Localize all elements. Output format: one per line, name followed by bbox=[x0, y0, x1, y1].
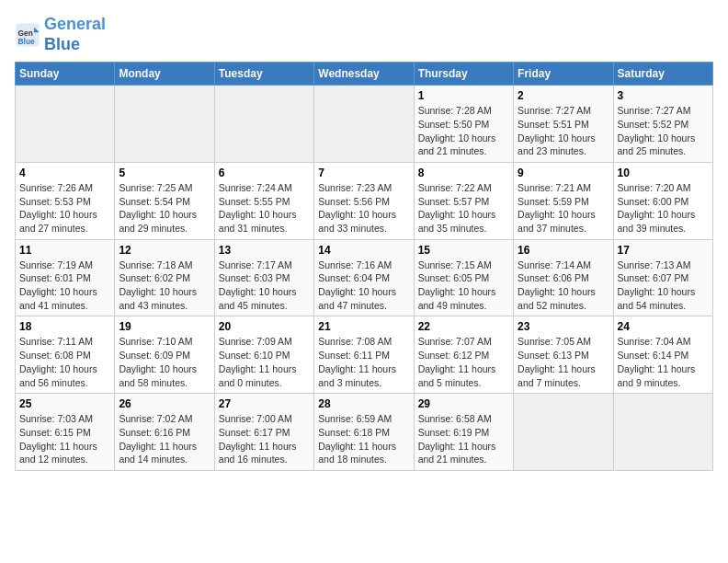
day-number: 12 bbox=[119, 244, 210, 257]
day-number: 17 bbox=[618, 244, 709, 257]
calendar-cell: 20Sunrise: 7:09 AMSunset: 6:10 PMDayligh… bbox=[214, 316, 313, 394]
day-number: 19 bbox=[119, 320, 210, 333]
calendar-cell: 6Sunrise: 7:24 AMSunset: 5:55 PMDaylight… bbox=[214, 162, 313, 239]
logo-text: GeneralBlue bbox=[44, 15, 106, 54]
day-number: 21 bbox=[318, 320, 409, 333]
calendar-cell: 12Sunrise: 7:18 AMSunset: 6:02 PMDayligh… bbox=[115, 239, 214, 316]
day-info: Sunrise: 7:20 AMSunset: 6:00 PMDaylight:… bbox=[618, 181, 709, 236]
day-number: 10 bbox=[618, 167, 709, 179]
calendar-cell: 27Sunrise: 7:00 AMSunset: 6:17 PMDayligh… bbox=[214, 394, 313, 471]
day-info: Sunrise: 7:17 AMSunset: 6:03 PMDaylight:… bbox=[219, 259, 310, 313]
calendar-cell: 16Sunrise: 7:14 AMSunset: 6:06 PMDayligh… bbox=[514, 239, 613, 316]
day-number: 27 bbox=[219, 397, 310, 410]
weekday-header: Friday bbox=[514, 63, 613, 86]
calendar-week-row: 11Sunrise: 7:19 AMSunset: 6:01 PMDayligh… bbox=[16, 239, 713, 316]
day-number: 15 bbox=[418, 244, 509, 257]
day-number: 8 bbox=[418, 167, 509, 179]
day-info: Sunrise: 7:21 AMSunset: 5:59 PMDaylight:… bbox=[518, 181, 609, 236]
calendar-cell: 15Sunrise: 7:15 AMSunset: 6:05 PMDayligh… bbox=[414, 239, 513, 316]
day-number: 25 bbox=[19, 397, 110, 410]
weekday-header: Wednesday bbox=[314, 63, 414, 86]
day-info: Sunrise: 7:03 AMSunset: 6:15 PMDaylight:… bbox=[19, 412, 110, 466]
day-number: 23 bbox=[518, 320, 609, 333]
calendar-table: SundayMondayTuesdayWednesdayThursdayFrid… bbox=[15, 62, 713, 471]
calendar-cell: 4Sunrise: 7:26 AMSunset: 5:53 PMDaylight… bbox=[16, 162, 115, 239]
calendar-cell: 23Sunrise: 7:05 AMSunset: 6:13 PMDayligh… bbox=[514, 316, 613, 394]
day-info: Sunrise: 7:09 AMSunset: 6:10 PMDaylight:… bbox=[219, 335, 310, 389]
day-info: Sunrise: 7:13 AMSunset: 6:07 PMDaylight:… bbox=[618, 259, 709, 313]
calendar-week-row: 1Sunrise: 7:28 AMSunset: 5:50 PMDaylight… bbox=[16, 86, 713, 163]
calendar-cell bbox=[514, 394, 613, 471]
day-info: Sunrise: 7:19 AMSunset: 6:01 PMDaylight:… bbox=[19, 259, 110, 313]
day-number: 26 bbox=[119, 397, 210, 410]
calendar-cell: 25Sunrise: 7:03 AMSunset: 6:15 PMDayligh… bbox=[16, 394, 115, 471]
day-info: Sunrise: 7:08 AMSunset: 6:11 PMDaylight:… bbox=[318, 335, 409, 389]
day-info: Sunrise: 7:04 AMSunset: 6:14 PMDaylight:… bbox=[618, 335, 709, 389]
day-info: Sunrise: 7:24 AMSunset: 5:55 PMDaylight:… bbox=[219, 181, 310, 236]
calendar-body: 1Sunrise: 7:28 AMSunset: 5:50 PMDaylight… bbox=[16, 86, 713, 471]
calendar-cell: 5Sunrise: 7:25 AMSunset: 5:54 PMDaylight… bbox=[115, 162, 214, 239]
calendar-cell bbox=[115, 86, 214, 163]
calendar-cell: 8Sunrise: 7:22 AMSunset: 5:57 PMDaylight… bbox=[414, 162, 513, 239]
calendar-cell: 3Sunrise: 7:27 AMSunset: 5:52 PMDaylight… bbox=[613, 86, 712, 163]
day-info: Sunrise: 7:00 AMSunset: 6:17 PMDaylight:… bbox=[219, 412, 310, 466]
day-info: Sunrise: 7:16 AMSunset: 6:04 PMDaylight:… bbox=[318, 259, 409, 313]
calendar-cell bbox=[613, 394, 712, 471]
day-number: 24 bbox=[618, 320, 709, 333]
calendar-cell: 13Sunrise: 7:17 AMSunset: 6:03 PMDayligh… bbox=[214, 239, 313, 316]
calendar-week-row: 18Sunrise: 7:11 AMSunset: 6:08 PMDayligh… bbox=[16, 316, 713, 394]
header-row: SundayMondayTuesdayWednesdayThursdayFrid… bbox=[16, 63, 713, 86]
day-number: 9 bbox=[518, 167, 609, 179]
calendar-cell: 7Sunrise: 7:23 AMSunset: 5:56 PMDaylight… bbox=[314, 162, 414, 239]
calendar-header: SundayMondayTuesdayWednesdayThursdayFrid… bbox=[16, 63, 713, 86]
calendar-cell: 18Sunrise: 7:11 AMSunset: 6:08 PMDayligh… bbox=[16, 316, 115, 394]
day-number: 28 bbox=[318, 397, 409, 410]
weekday-header: Saturday bbox=[613, 63, 712, 86]
day-info: Sunrise: 7:02 AMSunset: 6:16 PMDaylight:… bbox=[119, 412, 210, 466]
day-number: 16 bbox=[518, 244, 609, 257]
calendar-cell: 19Sunrise: 7:10 AMSunset: 6:09 PMDayligh… bbox=[115, 316, 214, 394]
day-number: 3 bbox=[618, 89, 709, 102]
day-info: Sunrise: 7:23 AMSunset: 5:56 PMDaylight:… bbox=[318, 181, 409, 236]
weekday-header: Thursday bbox=[414, 63, 513, 86]
calendar-cell bbox=[314, 86, 414, 163]
day-number: 11 bbox=[19, 244, 110, 257]
day-number: 29 bbox=[418, 397, 509, 410]
calendar-cell: 21Sunrise: 7:08 AMSunset: 6:11 PMDayligh… bbox=[314, 316, 414, 394]
day-info: Sunrise: 7:25 AMSunset: 5:54 PMDaylight:… bbox=[119, 181, 210, 236]
calendar-cell: 1Sunrise: 7:28 AMSunset: 5:50 PMDaylight… bbox=[414, 86, 513, 163]
calendar-cell: 2Sunrise: 7:27 AMSunset: 5:51 PMDaylight… bbox=[514, 86, 613, 163]
day-info: Sunrise: 7:10 AMSunset: 6:09 PMDaylight:… bbox=[119, 335, 210, 389]
calendar-cell: 14Sunrise: 7:16 AMSunset: 6:04 PMDayligh… bbox=[314, 239, 414, 316]
day-number: 5 bbox=[119, 167, 210, 179]
day-number: 7 bbox=[318, 167, 409, 179]
calendar-cell: 28Sunrise: 6:59 AMSunset: 6:18 PMDayligh… bbox=[314, 394, 414, 471]
calendar-cell: 11Sunrise: 7:19 AMSunset: 6:01 PMDayligh… bbox=[16, 239, 115, 316]
weekday-header: Sunday bbox=[16, 63, 115, 86]
day-info: Sunrise: 7:22 AMSunset: 5:57 PMDaylight:… bbox=[418, 181, 509, 236]
logo-icon: Gen Blue bbox=[15, 22, 40, 48]
day-info: Sunrise: 7:15 AMSunset: 6:05 PMDaylight:… bbox=[418, 259, 509, 313]
calendar-cell bbox=[214, 86, 313, 163]
day-info: Sunrise: 6:58 AMSunset: 6:19 PMDaylight:… bbox=[418, 412, 509, 466]
day-number: 4 bbox=[19, 167, 110, 179]
calendar-cell: 29Sunrise: 6:58 AMSunset: 6:19 PMDayligh… bbox=[414, 394, 513, 471]
day-number: 13 bbox=[219, 244, 310, 257]
calendar-week-row: 4Sunrise: 7:26 AMSunset: 5:53 PMDaylight… bbox=[16, 162, 713, 239]
page-header: Gen Blue GeneralBlue bbox=[15, 15, 713, 54]
day-info: Sunrise: 7:14 AMSunset: 6:06 PMDaylight:… bbox=[518, 259, 609, 313]
day-number: 14 bbox=[318, 244, 409, 257]
calendar-cell: 10Sunrise: 7:20 AMSunset: 6:00 PMDayligh… bbox=[613, 162, 712, 239]
day-info: Sunrise: 7:27 AMSunset: 5:51 PMDaylight:… bbox=[518, 104, 609, 158]
svg-text:Blue: Blue bbox=[18, 36, 35, 45]
logo: Gen Blue GeneralBlue bbox=[15, 15, 106, 54]
day-info: Sunrise: 7:26 AMSunset: 5:53 PMDaylight:… bbox=[19, 181, 110, 236]
day-info: Sunrise: 7:18 AMSunset: 6:02 PMDaylight:… bbox=[119, 259, 210, 313]
calendar-cell bbox=[16, 86, 115, 163]
weekday-header: Tuesday bbox=[214, 63, 313, 86]
weekday-header: Monday bbox=[115, 63, 214, 86]
day-number: 6 bbox=[219, 167, 310, 179]
day-number: 20 bbox=[219, 320, 310, 333]
day-info: Sunrise: 7:28 AMSunset: 5:50 PMDaylight:… bbox=[418, 104, 509, 158]
calendar-cell: 17Sunrise: 7:13 AMSunset: 6:07 PMDayligh… bbox=[613, 239, 712, 316]
